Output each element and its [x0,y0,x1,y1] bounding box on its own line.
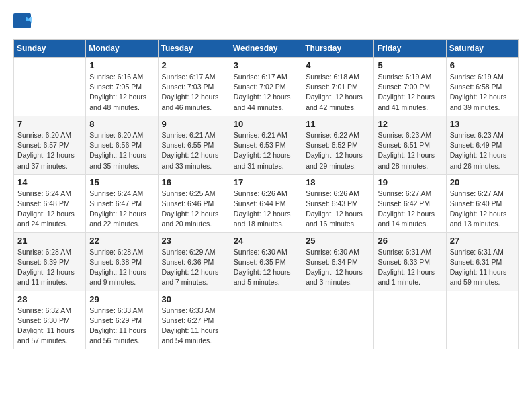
weekday-header-row: SundayMondayTuesdayWednesdayThursdayFrid… [14,40,519,58]
weekday-header: Thursday [302,40,374,58]
day-number: 16 [162,177,226,187]
calendar-cell: 7Sunrise: 6:20 AM Sunset: 6:57 PM Daylig… [14,116,86,174]
day-number: 1 [89,60,154,71]
day-info: Sunrise: 6:16 AM Sunset: 7:05 PM Dayligh… [89,72,154,113]
day-number: 24 [234,236,298,246]
day-info: Sunrise: 6:18 AM Sunset: 7:01 PM Dayligh… [306,72,370,113]
day-info: Sunrise: 6:28 AM Sunset: 6:39 PM Dayligh… [17,247,82,288]
day-info: Sunrise: 6:22 AM Sunset: 6:52 PM Dayligh… [306,130,370,171]
day-number: 23 [162,236,226,246]
calendar-week-row: 1Sunrise: 6:16 AM Sunset: 7:05 PM Daylig… [14,58,519,116]
calendar-cell: 16Sunrise: 6:25 AM Sunset: 6:46 PM Dayli… [158,174,230,232]
calendar-cell: 13Sunrise: 6:23 AM Sunset: 6:49 PM Dayli… [446,116,518,174]
day-info: Sunrise: 6:23 AM Sunset: 6:51 PM Dayligh… [378,130,442,171]
day-number: 12 [378,119,442,129]
day-info: Sunrise: 6:24 AM Sunset: 6:48 PM Dayligh… [17,189,82,230]
calendar-cell: 27Sunrise: 6:31 AM Sunset: 6:31 PM Dayli… [446,232,518,291]
calendar-cell: 8Sunrise: 6:20 AM Sunset: 6:56 PM Daylig… [86,116,158,174]
day-number: 10 [234,119,298,129]
calendar-cell: 4Sunrise: 6:18 AM Sunset: 7:01 PM Daylig… [302,58,374,116]
calendar-table: SundayMondayTuesdayWednesdayThursdayFrid… [13,39,519,349]
weekday-header: Monday [86,40,158,58]
day-info: Sunrise: 6:21 AM Sunset: 6:53 PM Dayligh… [234,130,298,171]
calendar-cell: 28Sunrise: 6:32 AM Sunset: 6:30 PM Dayli… [14,291,86,349]
day-info: Sunrise: 6:21 AM Sunset: 6:55 PM Dayligh… [162,130,226,171]
logo [13,13,35,28]
calendar-cell: 10Sunrise: 6:21 AM Sunset: 6:53 PM Dayli… [230,116,302,174]
day-info: Sunrise: 6:27 AM Sunset: 6:40 PM Dayligh… [450,189,515,230]
calendar-cell: 23Sunrise: 6:29 AM Sunset: 6:36 PM Dayli… [158,232,230,291]
calendar-cell: 3Sunrise: 6:17 AM Sunset: 7:02 PM Daylig… [230,58,302,116]
day-number: 4 [306,60,370,71]
calendar-cell: 30Sunrise: 6:33 AM Sunset: 6:27 PM Dayli… [158,291,230,349]
day-number: 22 [89,236,154,246]
day-info: Sunrise: 6:20 AM Sunset: 6:57 PM Dayligh… [17,130,82,171]
weekday-header: Tuesday [158,40,230,58]
calendar-cell [446,291,518,349]
day-info: Sunrise: 6:27 AM Sunset: 6:42 PM Dayligh… [378,189,442,230]
calendar-cell: 29Sunrise: 6:33 AM Sunset: 6:29 PM Dayli… [86,291,158,349]
calendar-cell: 25Sunrise: 6:30 AM Sunset: 6:34 PM Dayli… [302,232,374,291]
day-number: 25 [306,236,370,246]
day-number: 19 [378,177,442,187]
logo-icon [13,13,32,28]
calendar-cell: 22Sunrise: 6:28 AM Sunset: 6:38 PM Dayli… [86,232,158,291]
page-header [13,13,519,28]
day-number: 2 [162,60,226,71]
calendar-cell: 26Sunrise: 6:31 AM Sunset: 6:33 PM Dayli… [374,232,446,291]
calendar-cell [374,291,446,349]
day-info: Sunrise: 6:20 AM Sunset: 6:56 PM Dayligh… [89,130,154,171]
day-number: 26 [378,236,442,246]
weekday-header: Friday [374,40,446,58]
day-number: 6 [450,60,515,71]
day-number: 7 [17,119,82,129]
day-number: 30 [162,294,226,304]
calendar-cell: 2Sunrise: 6:17 AM Sunset: 7:03 PM Daylig… [158,58,230,116]
day-info: Sunrise: 6:30 AM Sunset: 6:34 PM Dayligh… [306,247,370,288]
day-number: 8 [89,119,154,129]
day-number: 20 [450,177,515,187]
day-number: 9 [162,119,226,129]
day-number: 27 [450,236,515,246]
calendar-cell [230,291,302,349]
day-info: Sunrise: 6:19 AM Sunset: 6:58 PM Dayligh… [450,72,515,113]
calendar-cell: 19Sunrise: 6:27 AM Sunset: 6:42 PM Dayli… [374,174,446,232]
day-number: 5 [378,60,442,71]
calendar-cell: 24Sunrise: 6:30 AM Sunset: 6:35 PM Dayli… [230,232,302,291]
day-info: Sunrise: 6:17 AM Sunset: 7:03 PM Dayligh… [162,72,226,113]
calendar-cell: 18Sunrise: 6:26 AM Sunset: 6:43 PM Dayli… [302,174,374,232]
day-info: Sunrise: 6:31 AM Sunset: 6:31 PM Dayligh… [450,247,515,288]
day-info: Sunrise: 6:24 AM Sunset: 6:47 PM Dayligh… [89,189,154,230]
day-info: Sunrise: 6:33 AM Sunset: 6:29 PM Dayligh… [89,306,154,347]
day-number: 15 [89,177,154,187]
calendar-cell: 15Sunrise: 6:24 AM Sunset: 6:47 PM Dayli… [86,174,158,232]
calendar-cell [14,58,86,116]
calendar-cell: 5Sunrise: 6:19 AM Sunset: 7:00 PM Daylig… [374,58,446,116]
weekday-header: Saturday [446,40,518,58]
day-info: Sunrise: 6:23 AM Sunset: 6:49 PM Dayligh… [450,130,515,171]
calendar-cell: 12Sunrise: 6:23 AM Sunset: 6:51 PM Dayli… [374,116,446,174]
weekday-header: Sunday [14,40,86,58]
calendar-cell: 9Sunrise: 6:21 AM Sunset: 6:55 PM Daylig… [158,116,230,174]
day-info: Sunrise: 6:33 AM Sunset: 6:27 PM Dayligh… [162,306,226,347]
day-info: Sunrise: 6:17 AM Sunset: 7:02 PM Dayligh… [234,72,298,113]
calendar-cell: 20Sunrise: 6:27 AM Sunset: 6:40 PM Dayli… [446,174,518,232]
calendar-week-row: 28Sunrise: 6:32 AM Sunset: 6:30 PM Dayli… [14,291,519,349]
calendar-cell: 17Sunrise: 6:26 AM Sunset: 6:44 PM Dayli… [230,174,302,232]
day-info: Sunrise: 6:31 AM Sunset: 6:33 PM Dayligh… [378,247,442,288]
day-info: Sunrise: 6:26 AM Sunset: 6:43 PM Dayligh… [306,189,370,230]
calendar-week-row: 14Sunrise: 6:24 AM Sunset: 6:48 PM Dayli… [14,174,519,232]
day-info: Sunrise: 6:29 AM Sunset: 6:36 PM Dayligh… [162,247,226,288]
calendar-week-row: 21Sunrise: 6:28 AM Sunset: 6:39 PM Dayli… [14,232,519,291]
weekday-header: Wednesday [230,40,302,58]
calendar-cell [302,291,374,349]
calendar-cell: 6Sunrise: 6:19 AM Sunset: 6:58 PM Daylig… [446,58,518,116]
day-info: Sunrise: 6:32 AM Sunset: 6:30 PM Dayligh… [17,306,82,347]
day-info: Sunrise: 6:30 AM Sunset: 6:35 PM Dayligh… [234,247,298,288]
day-number: 14 [17,177,82,187]
day-number: 17 [234,177,298,187]
day-number: 18 [306,177,370,187]
day-number: 29 [89,294,154,304]
day-number: 28 [17,294,82,304]
day-info: Sunrise: 6:28 AM Sunset: 6:38 PM Dayligh… [89,247,154,288]
